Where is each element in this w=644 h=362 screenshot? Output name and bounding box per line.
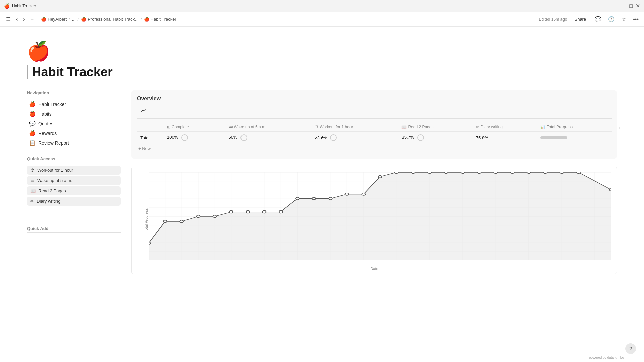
breadcrumb-heyalbert[interactable]: 🍎 HeyAlbert: [41, 17, 67, 22]
wakeup-value: 50%: [229, 135, 237, 140]
th-name: [137, 123, 164, 132]
close-button[interactable]: ✕: [635, 4, 640, 8]
sidebar-item-label-review-report: Review Report: [38, 140, 69, 146]
breadcrumb-icon: 🍎: [41, 17, 46, 22]
breadcrumb-professional[interactable]: 🍎 Professional Habit Track...: [81, 17, 139, 22]
breadcrumb-sep-3: /: [141, 17, 142, 22]
add-new-button[interactable]: + New: [137, 144, 152, 153]
quick-add-title: Quick Add: [27, 226, 121, 233]
sidebar-item-habits[interactable]: 🍎 Habits: [27, 109, 121, 118]
app-icon: 🍎: [4, 3, 9, 9]
help-button[interactable]: ?: [625, 343, 636, 354]
svg-point-33: [461, 172, 465, 174]
sidebar-item-habit-tracker[interactable]: 🍎 Habit Tracker: [27, 100, 121, 109]
navigation-title: Navigation: [27, 90, 121, 97]
sidebar: Navigation 🍎 Habit Tracker 🍎 Habits 💬 Qu…: [27, 90, 121, 274]
edited-text: Edited 16m ago: [539, 17, 567, 22]
favorite-button[interactable]: ☆: [620, 15, 628, 24]
resize-handle[interactable]: ⋮: [619, 90, 620, 167]
read-value: 85.7%: [401, 135, 414, 140]
svg-point-37: [527, 172, 531, 174]
row-name: Total: [137, 132, 164, 144]
sidebar-item-review-report[interactable]: 📋 Review Report: [27, 138, 121, 147]
window-title: Habit Tracker: [12, 4, 36, 8]
svg-point-16: [180, 220, 183, 223]
svg-point-30: [411, 172, 415, 174]
diary-th-label: Diary writing: [481, 125, 503, 129]
total-progress-bar: [540, 136, 567, 139]
breadcrumb-habit-tracker[interactable]: 🍎 Habit Tracker: [144, 17, 176, 22]
window-controls: ─ □ ✕: [622, 4, 640, 8]
sidebar-item-rewards[interactable]: 🍎 Rewards: [27, 129, 121, 138]
comment-button[interactable]: 💬: [593, 15, 603, 24]
review-report-icon: 📋: [29, 140, 36, 146]
toolbar: ☰ ‹ › + 🍎 HeyAlbert / ... / 🍎 Profession…: [0, 12, 644, 27]
wakeup-label: Wake up at 5 a.m.: [37, 178, 72, 183]
read-th-icon: 📖: [401, 125, 407, 129]
wakeup-ring: [240, 134, 247, 141]
row-complete: 100%: [164, 132, 225, 144]
sidebar-item-label-habit-tracker: Habit Tracker: [38, 102, 66, 107]
row-total-progress: [537, 132, 612, 144]
svg-point-39: [560, 172, 564, 174]
quick-access-diary[interactable]: ✏ Diary writing: [27, 197, 121, 206]
workout-th-label: Workout for 1 hour: [320, 125, 353, 129]
svg-point-38: [543, 172, 547, 174]
share-button[interactable]: Share: [571, 15, 589, 23]
quick-access-title: Quick Access: [27, 156, 121, 163]
th-total-progress: 📊 Total Progress: [537, 123, 612, 132]
history-button[interactable]: 🕐: [607, 15, 616, 24]
sidebar-item-quotes[interactable]: 💬 Quotes: [27, 119, 121, 128]
row-diary: 75.8%: [473, 132, 537, 144]
complete-th-label: Complete...: [172, 125, 192, 129]
complete-ring: [181, 134, 188, 141]
svg-point-24: [312, 197, 316, 200]
svg-point-20: [246, 210, 250, 213]
powered-by: powered by data jumbo: [589, 356, 624, 359]
minimize-button[interactable]: ─: [622, 4, 627, 8]
breadcrumb-label-1: HeyAlbert: [48, 17, 67, 22]
svg-point-25: [329, 197, 332, 200]
diary-value: 75.8%: [476, 135, 488, 140]
svg-point-36: [511, 172, 514, 174]
chart-tab-line[interactable]: [137, 106, 150, 118]
chart-svg: 0 0.1 0.2 0.3 0.4 0.5 0.6 0.7 0.8 0.9 1: [149, 172, 611, 260]
toolbar-right: Edited 16m ago Share 💬 🕐 ☆ •••: [539, 15, 640, 24]
page-icon: 🍎: [27, 40, 617, 62]
navigation-section: Navigation 🍎 Habit Tracker 🍎 Habits 💬 Qu…: [27, 90, 121, 148]
svg-point-18: [213, 215, 217, 217]
more-button[interactable]: •••: [632, 15, 640, 24]
menu-button[interactable]: ☰: [4, 15, 13, 24]
quick-access-workout[interactable]: ⏱ Workout for 1 hour: [27, 166, 121, 175]
sidebar-item-label-quotes: Quotes: [38, 121, 53, 126]
back-button[interactable]: ‹: [14, 15, 20, 24]
th-workout: ⏱ Workout for 1 hour: [311, 123, 398, 132]
maximize-button[interactable]: □: [629, 4, 633, 8]
overview-box: Overview: [131, 90, 617, 159]
chart-x-label: Date: [370, 267, 378, 271]
complete-value: 100%: [167, 135, 178, 140]
breadcrumb-icon-3: 🍎: [144, 17, 149, 22]
overview-table: ⊞ Complete... 🛏 Wake up at 5 a.m.: [137, 123, 612, 144]
svg-point-29: [395, 172, 398, 174]
read-icon: 📖: [30, 188, 36, 193]
read-ring: [417, 134, 424, 141]
workout-label: Workout for 1 hour: [37, 168, 73, 173]
read-th-label: Read 2 Pages: [408, 125, 433, 129]
svg-point-28: [378, 176, 382, 178]
breadcrumb-label-2: Professional Habit Track...: [88, 17, 139, 22]
quick-access-section: Quick Access ⏱ Workout for 1 hour 🛏 Wake…: [27, 156, 121, 207]
chart-tab-bar: [137, 106, 612, 119]
rewards-icon: 🍎: [29, 130, 36, 136]
total-th-icon: 📊: [540, 125, 545, 129]
breadcrumb-ellipsis[interactable]: ...: [72, 17, 76, 22]
workout-icon: ⏱: [30, 168, 35, 173]
add-page-button[interactable]: +: [29, 15, 36, 24]
svg-point-26: [345, 193, 349, 195]
chart-y-label: Total Progress: [144, 208, 148, 232]
quick-access-wakeup[interactable]: 🛏 Wake up at 5 a.m.: [27, 176, 121, 185]
quick-access-read[interactable]: 📖 Read 2 Pages: [27, 186, 121, 195]
page-title: Habit Tracker: [27, 65, 617, 79]
forward-button[interactable]: ›: [21, 15, 27, 24]
svg-point-41: [610, 189, 611, 191]
